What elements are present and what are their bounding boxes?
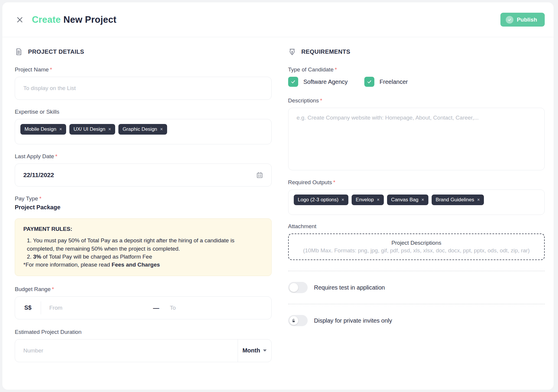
page-title-accent: Create xyxy=(32,14,61,25)
document-icon xyxy=(15,48,23,56)
attachment-label: Attachment xyxy=(288,223,545,230)
budget-to-input[interactable] xyxy=(161,297,271,319)
pay-type-value: Project Package xyxy=(15,204,272,211)
section-title-project-details: PROJECT DETAILS xyxy=(28,48,84,55)
nib-badge-icon xyxy=(288,48,296,56)
dotted-divider xyxy=(288,271,545,271)
required-asterisk: * xyxy=(39,195,41,202)
toggle-knob xyxy=(289,283,298,292)
candidate-type-option-label: Freelancer xyxy=(380,79,408,85)
duration-unit-select[interactable]: Month xyxy=(238,339,271,362)
create-project-modal: CreateNew Project Publish PROJECT DETAIL… xyxy=(2,2,554,390)
last-apply-date-label: Last Apply Date* xyxy=(15,153,272,160)
duration-unit-value: Month xyxy=(242,347,260,354)
payment-rule: 3% of Total Pay will be charged as Platf… xyxy=(27,253,263,261)
remove-tag-icon[interactable]: × xyxy=(160,127,163,132)
required-asterisk: * xyxy=(320,97,322,104)
remove-tag-icon[interactable]: × xyxy=(108,127,111,132)
publish-button[interactable]: Publish xyxy=(500,13,545,27)
publish-label: Publish xyxy=(517,17,537,23)
skills-label: Expertise or Skills xyxy=(15,109,272,115)
checkbox-checked-icon xyxy=(364,77,374,87)
output-tag-label: Logo (2-3 options) xyxy=(298,197,339,203)
required-asterisk: * xyxy=(50,66,52,73)
private-invites-row: Display for private invites only xyxy=(288,315,545,326)
close-icon[interactable] xyxy=(15,15,25,25)
output-tag: Envelop × xyxy=(352,195,384,205)
skills-input[interactable]: Mobile Design × UX/ UI Design × Graphic … xyxy=(15,119,272,144)
page-title: CreateNew Project xyxy=(32,14,116,25)
skill-tag: UX/ UI Design × xyxy=(69,124,115,135)
requires-test-label: Requires test in application xyxy=(314,284,385,291)
checkbox-checked-icon xyxy=(288,77,298,87)
payment-rules-box: PAYMENT RULES: You must pay 50% of Total… xyxy=(15,218,272,276)
fees-and-charges-link[interactable]: Fees and Charges xyxy=(112,262,160,268)
project-details-section: PROJECT DETAILS Project Name* Expertise … xyxy=(15,48,272,371)
chevron-down-icon xyxy=(263,349,267,352)
candidate-type-option-label: Software Agency xyxy=(304,79,348,85)
remove-tag-icon[interactable]: × xyxy=(377,197,379,202)
budget-range-label: Budget Range* xyxy=(15,286,272,293)
dotted-divider xyxy=(288,304,545,304)
lock-icon xyxy=(289,316,298,325)
skill-tag-label: Mobile Design xyxy=(25,126,56,132)
requires-test-row: Requires test in application xyxy=(288,282,545,293)
currency-prefix: S$ xyxy=(15,301,41,314)
required-asterisk: * xyxy=(335,66,337,73)
required-outputs-label: Required Outputs* xyxy=(288,179,545,186)
duration-label: Estimated Project Duration xyxy=(15,329,272,335)
section-title-requirements: REQUIREMENTS xyxy=(301,48,350,55)
pay-type-label: Pay Type* xyxy=(15,195,272,202)
duration-number-input[interactable] xyxy=(15,339,238,362)
skill-tag-label: Graphic Design xyxy=(123,126,157,132)
required-asterisk: * xyxy=(55,153,57,159)
attachment-hint: (10Mb Max. Formats: png, jpg, gif, pdf, … xyxy=(303,247,530,254)
output-tag: Logo (2-3 options) × xyxy=(294,195,348,205)
output-tag-label: Canvas Bag xyxy=(391,197,419,203)
last-apply-date-input[interactable] xyxy=(15,164,256,186)
required-outputs-input[interactable]: Logo (2-3 options) × Envelop × Canvas Ba… xyxy=(288,190,545,215)
payment-rules-title: PAYMENT RULES: xyxy=(23,226,263,232)
required-asterisk: * xyxy=(333,179,335,185)
payment-rule: You must pay 50% of Total Pay as a depos… xyxy=(27,236,263,253)
remove-tag-icon[interactable]: × xyxy=(477,197,480,202)
output-tag-label: Brand Guidelines xyxy=(436,197,474,203)
modal-header: CreateNew Project Publish xyxy=(2,2,554,37)
page-title-rest: New Project xyxy=(63,14,117,25)
check-circle-icon xyxy=(506,16,513,24)
project-name-label: Project Name* xyxy=(15,66,272,73)
payment-rules-footnote: *For more information, please read Fees … xyxy=(23,262,263,268)
skill-tag: Mobile Design × xyxy=(20,124,66,135)
attachment-dropzone[interactable]: Project Descriptions (10Mb Max. Formats:… xyxy=(288,233,545,260)
requirements-section: REQUIREMENTS Type of Candidate* Software… xyxy=(288,48,545,371)
required-asterisk: * xyxy=(52,286,54,292)
candidate-type-checkbox[interactable]: Freelancer xyxy=(364,77,408,87)
private-invites-label: Display for private invites only xyxy=(314,317,392,324)
budget-from-input[interactable] xyxy=(41,297,151,319)
budget-range-dash: — xyxy=(151,304,161,311)
output-tag-label: Envelop xyxy=(356,197,374,203)
candidate-type-checkbox[interactable]: Software Agency xyxy=(288,77,348,87)
attachment-title: Project Descriptions xyxy=(391,240,441,246)
skill-tag-label: UX/ UI Design xyxy=(74,126,105,132)
remove-tag-icon[interactable]: × xyxy=(421,197,424,202)
project-name-input[interactable] xyxy=(15,77,271,99)
private-invites-toggle[interactable] xyxy=(288,315,308,326)
descriptions-textarea[interactable] xyxy=(288,108,545,170)
remove-tag-icon[interactable]: × xyxy=(341,197,344,202)
descriptions-label: Descriptions* xyxy=(288,97,545,104)
output-tag: Canvas Bag × xyxy=(387,195,428,205)
calendar-icon[interactable] xyxy=(256,171,271,179)
skill-tag: Graphic Design × xyxy=(118,124,167,135)
output-tag: Brand Guidelines × xyxy=(432,195,484,205)
requires-test-toggle[interactable] xyxy=(288,282,308,293)
candidate-type-label: Type of Candidate* xyxy=(288,66,545,73)
remove-tag-icon[interactable]: × xyxy=(59,127,62,132)
